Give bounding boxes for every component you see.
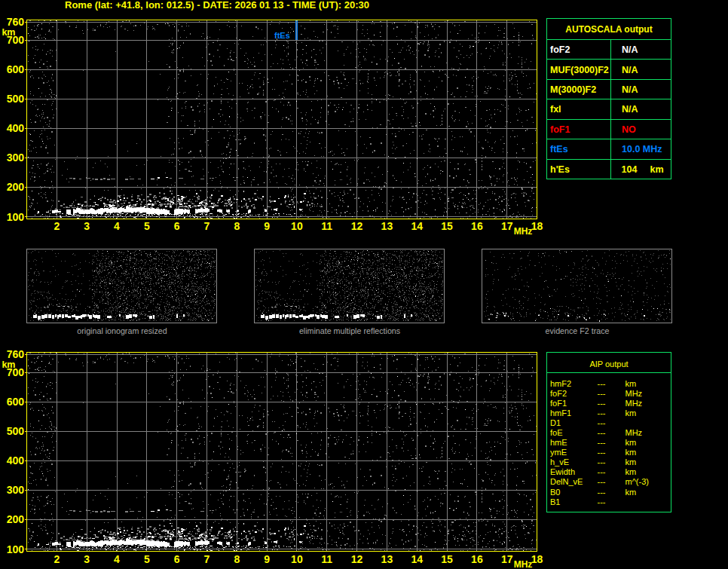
svg-text:---: --- <box>598 399 606 408</box>
svg-text:13: 13 <box>381 553 393 565</box>
svg-text:ftEs: ftEs <box>550 144 568 154</box>
svg-text:---: --- <box>598 438 606 447</box>
svg-text:ftEs: ftEs <box>274 31 290 40</box>
svg-text:13: 13 <box>381 220 393 232</box>
svg-text:km: km <box>626 488 637 497</box>
svg-text:14: 14 <box>411 553 423 565</box>
svg-text:---: --- <box>598 418 606 427</box>
svg-text:16: 16 <box>471 220 483 232</box>
svg-text:---: --- <box>598 477 606 486</box>
svg-text:700: 700 <box>7 366 25 378</box>
svg-text:200: 200 <box>7 181 25 193</box>
svg-text:11: 11 <box>321 220 332 232</box>
svg-text:---: --- <box>598 389 606 398</box>
svg-text:AIP output: AIP output <box>589 359 628 369</box>
svg-text:8: 8 <box>234 553 240 565</box>
svg-text:Rome (lat: +41.8, lon: 012.5): Rome (lat: +41.8, lon: 012.5) - DATE: 20… <box>65 0 369 11</box>
svg-text:300: 300 <box>7 484 25 496</box>
svg-text:foF2: foF2 <box>550 389 567 398</box>
svg-text:h'Es: h'Es <box>550 164 570 175</box>
svg-text:18: 18 <box>531 553 543 565</box>
svg-text:100: 100 <box>7 543 25 555</box>
svg-text:---: --- <box>598 467 606 476</box>
svg-text:12: 12 <box>351 220 363 232</box>
svg-text:N/A: N/A <box>622 44 638 55</box>
svg-text:15: 15 <box>441 220 453 232</box>
svg-text:N/A: N/A <box>622 84 638 95</box>
svg-text:10: 10 <box>291 220 303 232</box>
svg-text:6: 6 <box>174 220 180 232</box>
svg-text:8: 8 <box>234 220 240 232</box>
svg-text:foF1: foF1 <box>550 399 567 408</box>
svg-text:---: --- <box>598 448 606 457</box>
svg-text:NO: NO <box>622 124 636 135</box>
svg-text:km: km <box>626 379 637 388</box>
svg-text:2: 2 <box>54 220 60 232</box>
svg-text:AUTOSCALA output: AUTOSCALA output <box>565 24 652 35</box>
svg-text:km: km <box>626 457 637 467</box>
svg-text:700: 700 <box>7 34 25 46</box>
svg-text:400: 400 <box>7 454 25 467</box>
svg-text:17: 17 <box>501 553 513 565</box>
svg-text:km: km <box>626 467 637 476</box>
svg-text:Ewidth: Ewidth <box>550 467 575 476</box>
svg-text:104: 104 <box>622 164 638 175</box>
svg-text:600: 600 <box>7 63 25 75</box>
svg-text:foE: foE <box>550 428 563 437</box>
svg-text:MHz: MHz <box>514 559 533 569</box>
svg-text:5: 5 <box>144 220 150 232</box>
svg-text:N/A: N/A <box>622 104 638 115</box>
svg-text:9: 9 <box>264 220 270 232</box>
svg-text:4: 4 <box>114 553 120 565</box>
svg-text:D1: D1 <box>550 418 561 427</box>
svg-text:15: 15 <box>441 553 453 565</box>
svg-text:16: 16 <box>471 553 483 565</box>
svg-text:17: 17 <box>501 220 513 232</box>
svg-text:---: --- <box>598 457 606 467</box>
svg-text:4: 4 <box>114 220 120 232</box>
svg-text:100: 100 <box>7 211 25 223</box>
svg-text:ymE: ymE <box>550 448 567 457</box>
svg-text:foF1: foF1 <box>550 124 570 135</box>
svg-text:m^(-3): m^(-3) <box>626 477 649 486</box>
svg-text:evidence F2 trace: evidence F2 trace <box>546 326 610 335</box>
svg-text:10: 10 <box>291 553 303 565</box>
svg-text:9: 9 <box>264 553 270 565</box>
svg-text:7: 7 <box>204 220 210 232</box>
svg-text:300: 300 <box>7 151 25 164</box>
svg-text:3: 3 <box>84 220 90 232</box>
svg-text:6: 6 <box>174 553 180 565</box>
svg-text:3: 3 <box>84 553 90 565</box>
svg-text:B0: B0 <box>550 488 560 497</box>
svg-text:hmF2: hmF2 <box>550 379 571 388</box>
svg-text:km: km <box>626 408 637 418</box>
svg-text:DelN_vE: DelN_vE <box>550 477 583 486</box>
svg-text:eliminate multiple reflections: eliminate multiple reflections <box>299 326 400 335</box>
svg-text:18: 18 <box>531 220 543 232</box>
svg-text:400: 400 <box>7 122 25 134</box>
svg-text:---: --- <box>598 408 606 418</box>
svg-text:2: 2 <box>54 553 60 565</box>
svg-text:original ionogram resized: original ionogram resized <box>77 326 167 335</box>
svg-text:N/A: N/A <box>622 65 638 75</box>
svg-text:500: 500 <box>7 93 25 105</box>
svg-text:fxl: fxl <box>550 104 561 115</box>
svg-text:MHz: MHz <box>626 399 643 408</box>
svg-text:hmE: hmE <box>550 438 567 447</box>
svg-text:---: --- <box>598 488 606 497</box>
svg-text:---: --- <box>598 497 606 506</box>
svg-text:5: 5 <box>144 553 150 565</box>
svg-text:7: 7 <box>204 553 210 565</box>
svg-text:500: 500 <box>7 425 25 437</box>
svg-text:MHz: MHz <box>626 389 643 398</box>
svg-text:14: 14 <box>411 220 423 232</box>
svg-text:foF2: foF2 <box>550 44 570 55</box>
svg-text:200: 200 <box>7 513 25 525</box>
svg-text:10.0 MHz: 10.0 MHz <box>622 144 662 154</box>
svg-text:B1: B1 <box>550 497 560 506</box>
svg-text:M(3000)F2: M(3000)F2 <box>550 84 596 95</box>
svg-text:600: 600 <box>7 396 25 408</box>
svg-text:MHz: MHz <box>626 428 643 437</box>
svg-text:km: km <box>626 438 637 447</box>
svg-text:km: km <box>650 164 664 175</box>
